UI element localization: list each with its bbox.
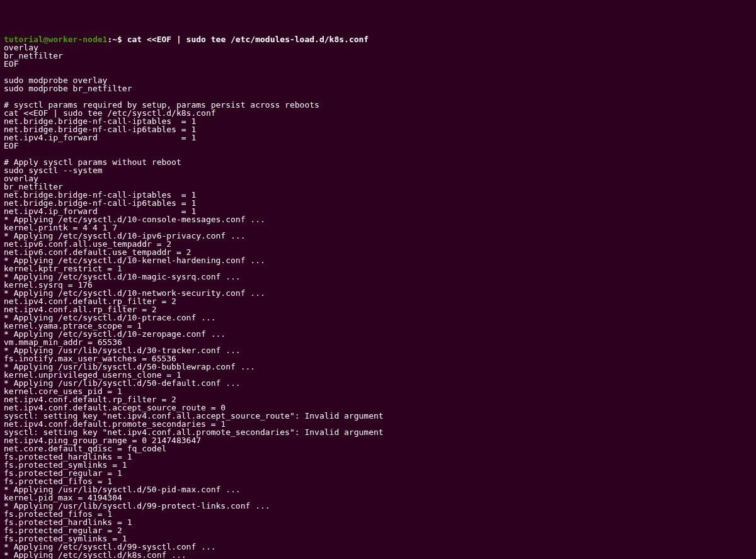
command-text: cat <<EOF | sudo tee /etc/modules-load.d… bbox=[127, 35, 369, 44]
output-line: net.ipv4.ip_forward = 1 bbox=[4, 133, 752, 142]
prompt-separator: :~$ bbox=[107, 35, 127, 44]
output-line: overlay bbox=[4, 174, 752, 183]
output-line bbox=[4, 68, 752, 76]
output-line: EOF bbox=[4, 60, 752, 68]
output-line: overlay bbox=[4, 43, 752, 52]
terminal-output: overlaybr_netfilterEOFsudo modprobe over… bbox=[4, 43, 752, 559]
output-line: sudo modprobe br_netfilter bbox=[4, 84, 752, 93]
output-line: sudo sysctl --system bbox=[4, 166, 752, 174]
terminal-window[interactable]: tutorial@worker-node1:~$ cat <<EOF | sud… bbox=[4, 35, 752, 559]
output-line: fs.protected_regular = 1 bbox=[4, 469, 752, 477]
prompt-line[interactable]: tutorial@worker-node1:~$ cat <<EOF | sud… bbox=[4, 35, 752, 43]
output-line: * Applying /usr/lib/sysctl.d/99-protect-… bbox=[4, 502, 752, 510]
output-line: br_netfilter bbox=[4, 52, 752, 60]
output-line: # Apply sysctl params without reboot bbox=[4, 158, 752, 166]
output-line: * Applying /etc/sysctl.d/10-magic-sysrq.… bbox=[4, 273, 752, 281]
output-line: EOF bbox=[4, 142, 752, 150]
